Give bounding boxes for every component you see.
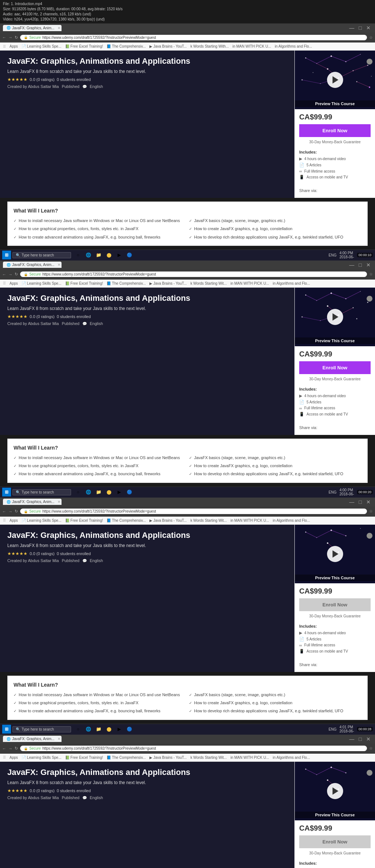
taskbar-media-3[interactable]: ▶ [115, 725, 123, 733]
url-bar-2[interactable]: 🔒 Secure https://www.udemy.com/draft/172… [20, 272, 367, 277]
taskbar-cortana-1[interactable]: ○ [74, 251, 82, 259]
bookmark-apps-1[interactable]: Apps [10, 44, 18, 48]
taskbar-explorer-3[interactable]: 📁 [94, 725, 103, 733]
back-btn-3[interactable]: ← [2, 509, 6, 514]
bookmark-ls-2[interactable]: 📄 Learning Skills Spe... [22, 281, 62, 285]
forward-btn-1[interactable]: → [8, 35, 12, 40]
preview-box-4[interactable]: Preview This Course [295, 762, 375, 820]
bookmark-java-2[interactable]: ▶ Java Brains - YouT... [149, 281, 187, 285]
taskbar-search-2[interactable]: 🔍 Type here to search [12, 489, 71, 495]
taskbar-browser-3[interactable]: 🌐 [84, 725, 92, 733]
bookmark-comp-3[interactable]: 📘 The Comprehensiv... [107, 518, 146, 522]
bookmark-man-2[interactable]: in MAN WITH PICK U... [230, 281, 269, 285]
taskbar-search-3[interactable]: 🔍 Type here to search [12, 726, 71, 732]
taskbar-browser-2[interactable]: 🌐 [84, 488, 92, 496]
maximize-btn-4[interactable]: □ [357, 736, 363, 742]
star-btn-2[interactable]: ☆ [369, 272, 373, 277]
minimize-btn-4[interactable]: — [348, 736, 356, 742]
star-btn-4[interactable]: ☆ [369, 746, 373, 751]
forward-btn-3[interactable]: → [8, 509, 12, 514]
browser-tab-1[interactable]: 🌐 JavaFX: Graphics, Anim... ✕ [3, 25, 62, 31]
back-btn-2[interactable]: ← [2, 272, 6, 277]
minimize-btn-1[interactable]: — [348, 25, 356, 31]
bookmark-man-4[interactable]: in MAN WITH PICK U... [230, 756, 269, 760]
bookmark-algo-1[interactable]: in Algorithms and Flo... [275, 44, 312, 48]
maximize-btn-2[interactable]: □ [357, 262, 363, 268]
bookmark-comp-1[interactable]: 📘 The Comprehensiv... [107, 44, 146, 48]
bookmark-ls-3[interactable]: 📄 Learning Skills Spe... [22, 518, 62, 522]
bookmark-comp-2[interactable]: 📘 The Comprehensiv... [107, 281, 146, 285]
bookmark-man-1[interactable]: in MAN WITH PICK U... [233, 44, 271, 48]
taskbar-misc-3[interactable]: 🔵 [125, 725, 133, 733]
browser-tab-2[interactable]: 🌐 JavaFX: Graphics, Anim... ✕ [3, 262, 62, 268]
enroll-button-4[interactable]: Enroll Now [299, 835, 371, 848]
taskbar-cortana-3[interactable]: ○ [74, 725, 82, 733]
play-button-3[interactable] [327, 546, 343, 562]
taskbar-browser-1[interactable]: 🌐 [84, 251, 92, 259]
taskbar-cortana-2[interactable]: ○ [74, 488, 82, 496]
refresh-btn-2[interactable]: ↻ [15, 272, 18, 277]
close-btn-1[interactable]: ✕ [365, 25, 372, 31]
bookmark-algo-4[interactable]: in Algorithms and Flo... [273, 756, 310, 760]
back-btn-1[interactable]: ← [2, 35, 6, 40]
preview-label-2[interactable]: Preview This Course [295, 337, 375, 344]
browser-tab-4[interactable]: 🌐 JavaFX: Graphics, Anim... ✕ [3, 736, 62, 742]
maximize-btn-1[interactable]: □ [357, 25, 363, 31]
taskbar-chrome-1[interactable]: ⬤ [105, 251, 113, 259]
taskbar-misc-1[interactable]: 🔵 [125, 251, 133, 259]
bookmark-apps-3[interactable]: Apps [10, 518, 18, 522]
close-btn-2[interactable]: ✕ [365, 262, 372, 268]
bookmark-man-3[interactable]: in MAN WITH PICK U... [230, 518, 269, 522]
bookmark-java-3[interactable]: ▶ Java Brains - YouT... [149, 518, 187, 522]
start-btn-2[interactable]: ⊞ [2, 488, 11, 496]
preview-label-3[interactable]: Preview This Course [295, 575, 375, 581]
refresh-btn-1[interactable]: ↻ [15, 35, 18, 40]
back-btn-4[interactable]: ← [2, 746, 6, 751]
enroll-button-1[interactable]: Enroll Now [299, 124, 371, 137]
refresh-btn-3[interactable]: ↻ [15, 509, 18, 514]
minimize-btn-3[interactable]: — [348, 499, 356, 505]
url-bar-1[interactable]: 🔒 Secure https://www.udemy.com/draft/172… [20, 35, 367, 40]
play-button-2[interactable] [327, 309, 343, 325]
preview-box-3[interactable]: Preview This Course [295, 525, 375, 583]
preview-label-1[interactable]: Preview This Course [295, 100, 375, 107]
bookmark-apps-2[interactable]: Apps [10, 281, 18, 285]
url-bar-4[interactable]: 🔒 Secure https://www.udemy.com/draft/172… [20, 746, 367, 751]
url-bar-3[interactable]: 🔒 Secure https://www.udemy.com/draft/172… [20, 509, 367, 514]
preview-box-2[interactable]: Preview This Course [295, 288, 375, 346]
start-btn-3[interactable]: ⊞ [2, 725, 11, 734]
bookmark-words-1[interactable]: k Words Starting With... [190, 44, 229, 48]
taskbar-media-1[interactable]: ▶ [115, 251, 123, 259]
taskbar-explorer-2[interactable]: 📁 [94, 488, 103, 496]
minimize-btn-2[interactable]: — [348, 262, 356, 268]
bookmark-java-1[interactable]: ▶ Java Brains - YouT... [149, 44, 187, 48]
forward-btn-2[interactable]: → [8, 272, 12, 277]
star-btn-3[interactable]: ☆ [369, 509, 373, 514]
bookmark-excel-4[interactable]: 📗 Free Excel Training! [65, 756, 103, 760]
forward-btn-4[interactable]: → [8, 746, 12, 751]
taskbar-misc-2[interactable]: 🔵 [125, 488, 133, 496]
bookmark-excel-2[interactable]: 📗 Free Excel Training! [65, 281, 103, 285]
preview-label-4[interactable]: Preview This Course [295, 812, 375, 818]
close-btn-4[interactable]: ✕ [365, 736, 372, 742]
start-btn-1[interactable]: ⊞ [2, 251, 11, 259]
bookmark-algo-3[interactable]: in Algorithms and Flo... [273, 518, 310, 522]
play-button-1[interactable] [327, 72, 343, 88]
play-button-4[interactable] [327, 783, 343, 799]
bookmark-ls-4[interactable]: 📄 Learning Skills Spe... [22, 756, 62, 760]
bookmark-words-4[interactable]: k Words Starting Wit... [190, 756, 227, 760]
taskbar-explorer-1[interactable]: 📁 [94, 251, 103, 259]
bookmark-apps-4[interactable]: Apps [10, 756, 18, 760]
maximize-btn-3[interactable]: □ [357, 499, 363, 505]
browser-tab-3[interactable]: 🌐 JavaFX: Graphics, Anim... ✕ [3, 499, 62, 505]
bookmark-excel-1[interactable]: 📗 Free Excel Training! [65, 44, 103, 48]
close-btn-3[interactable]: ✕ [365, 499, 372, 505]
taskbar-media-2[interactable]: ▶ [115, 488, 123, 496]
preview-box-1[interactable]: Preview This Course [295, 51, 375, 109]
bookmark-ls-1[interactable]: 📄 Learning Skills Spe... [22, 44, 62, 48]
bookmark-words-2[interactable]: k Words Starting Wit... [190, 281, 227, 285]
bookmark-words-3[interactable]: k Words Starting Wit... [190, 518, 227, 522]
bookmark-algo-2[interactable]: in Algorithms and Flo... [273, 281, 310, 285]
bookmark-java-4[interactable]: ▶ Java Brains - YouT... [149, 756, 187, 760]
taskbar-chrome-2[interactable]: ⬤ [105, 488, 113, 496]
